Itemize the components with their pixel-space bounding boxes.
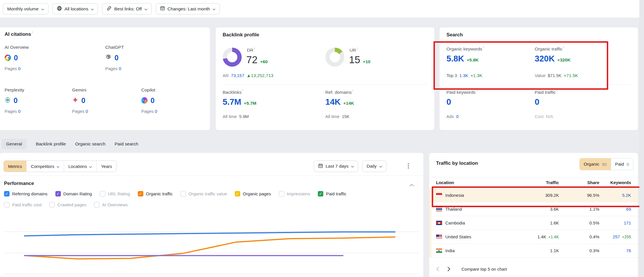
flag-cambodia-icon <box>436 221 442 225</box>
pages-link[interactable]: 0 <box>155 109 157 114</box>
metric-checkbox-row-1: ✓Referring domains ✓Domain Rating URL Ra… <box>4 191 346 196</box>
performance-chart-card: Metrics Competitors Locations Years Last… <box>0 153 423 277</box>
organic-traffic-label: Organic traffici <box>535 46 564 52</box>
info-icon[interactable]: i <box>352 89 353 92</box>
info-icon[interactable]: i <box>476 89 477 92</box>
table-row-india[interactable]: India 1.1K 0.3% 76 <box>429 244 638 257</box>
pages-link[interactable]: 0 <box>18 66 20 71</box>
tab-organic-search[interactable]: Organic search <box>75 141 105 147</box>
table-row-cambodia[interactable]: Cambodia 1.6K 0.5% 171 <box>429 216 638 230</box>
tab-paid-search[interactable]: Paid search <box>115 141 138 147</box>
copilot-metric: Copilot 0 Pages 0 <box>141 87 206 114</box>
checkbox-ai-overviews[interactable]: AI Overviews <box>94 202 127 207</box>
checkbox-impressions[interactable]: Impressions <box>279 191 310 196</box>
changes-label: Changes: Last month <box>168 6 210 12</box>
globe-icon <box>57 6 62 12</box>
performance-line-chart <box>0 218 423 277</box>
table-row-united-states[interactable]: United States 1.4K+1.4K 0.4% 257+255 <box>429 230 638 244</box>
keywords-link[interactable]: 5.2K <box>622 193 631 198</box>
keywords-link[interactable]: 69 <box>626 207 631 212</box>
organic-traffic-subline: Value$71.5K+71.5K <box>535 73 578 78</box>
paid-traffic-value: 0 <box>535 97 539 107</box>
info-icon[interactable]: i <box>254 46 255 50</box>
ur-value: 15+10 <box>349 54 370 65</box>
granularity-dropdown[interactable]: Daily <box>362 160 386 172</box>
info-icon[interactable]: i <box>483 45 484 49</box>
checkbox-organic-traffic-value[interactable]: Organic traffic value <box>181 191 227 196</box>
chatgpt-metric: ChatGPT 0 Pages 0 <box>105 45 170 71</box>
ref-domains-alltime: All time15K <box>325 114 350 119</box>
copilot-icon <box>141 97 148 104</box>
location-table-header: Location Traffic Share Keywords <box>429 180 638 185</box>
checkbox-referring-domains[interactable]: ✓Referring domains <box>4 191 48 196</box>
tab-backlink-profile[interactable]: Backlink profile <box>36 141 66 147</box>
search-title: Search <box>446 32 463 38</box>
date-range-dropdown[interactable]: Last 7 days <box>314 160 358 172</box>
date-range-label: Last 7 days <box>326 164 348 169</box>
divider <box>429 177 638 177</box>
top3-link[interactable]: 1.3K <box>459 73 468 78</box>
keywords-link[interactable]: 76 <box>626 248 631 253</box>
locations-label: All locations <box>65 6 89 12</box>
page-prev-chevron-left-icon[interactable] <box>436 267 439 271</box>
dashboard: Monthly volume All locations Best links:… <box>0 0 644 277</box>
pages-link[interactable]: 0 <box>86 109 88 114</box>
flag-thailand-icon <box>436 207 442 211</box>
checkbox-domain-rating[interactable]: ✓Domain Rating <box>55 191 92 196</box>
info-icon[interactable]: i <box>557 89 557 92</box>
backlinks-value: 5.7M+5.7M <box>223 97 256 107</box>
segment-years[interactable]: Years <box>96 161 116 172</box>
link-icon <box>106 6 112 12</box>
checkbox-url-rating[interactable]: URL Rating <box>100 191 130 196</box>
organic-keywords-label: Organic keywordsi <box>446 46 484 52</box>
chart-mode-segments: Metrics Competitors Locations Years <box>3 160 117 172</box>
segment-competitors[interactable]: Competitors <box>26 161 64 172</box>
checkbox-organic-pages[interactable]: ✓Organic pages <box>235 191 271 196</box>
organic-keywords-value: 5.8K+5.8K <box>446 54 479 63</box>
pages-link[interactable]: 0 <box>18 109 20 114</box>
granularity-label: Daily <box>367 164 376 169</box>
changes-dropdown[interactable]: Changes: Last month <box>156 3 220 14</box>
vertical-scrollbar[interactable] <box>639 0 644 277</box>
toggle-organic[interactable]: Organic90 <box>580 158 611 170</box>
locations-dropdown[interactable]: All locations <box>52 3 98 14</box>
pages-link[interactable]: 0 <box>119 66 121 71</box>
info-icon[interactable]: i <box>32 30 33 34</box>
paid-traffic-subline: CostN/A <box>535 114 553 119</box>
info-icon[interactable]: i <box>563 45 564 49</box>
ar-link[interactable]: 73,157 <box>231 73 244 78</box>
traffic-by-location-title: Traffic by location <box>436 160 478 166</box>
ads-link[interactable]: 0 <box>456 114 459 119</box>
segment-locations[interactable]: Locations <box>64 161 96 172</box>
tab-general[interactable]: General <box>1 139 27 149</box>
monthly-volume-dropdown[interactable]: Monthly volume <box>3 3 48 14</box>
compare-top5-label[interactable]: Compare top 5 on chart <box>461 267 507 272</box>
openai-icon <box>105 54 112 61</box>
checkbox-paid-traffic[interactable]: ✓Paid traffic <box>318 191 346 196</box>
chevron-down-icon <box>379 164 382 169</box>
dr-label: DRi <box>247 48 255 53</box>
calendar-icon <box>318 163 323 169</box>
top-toolbar: Monthly volume All locations Best links:… <box>0 0 644 18</box>
monthly-volume-label: Monthly volume <box>7 6 39 12</box>
checkbox-organic-traffic[interactable]: ✓Organic traffic <box>138 191 173 196</box>
info-icon[interactable]: i <box>357 46 357 50</box>
more-options-kebab-icon[interactable] <box>405 162 411 170</box>
toggle-paid[interactable]: Paid0 <box>611 158 633 170</box>
ref-domains-label: Ref. domainsi <box>325 90 353 95</box>
checkbox-paid-traffic-cost[interactable]: Paid traffic cost <box>4 202 42 207</box>
segment-metrics[interactable]: Metrics <box>4 161 26 172</box>
keywords-link[interactable]: 171 <box>624 220 631 225</box>
gemini-metric: Gemini 0 Pages 0 <box>72 87 137 114</box>
chevron-down-icon <box>91 6 94 12</box>
checkbox-crawled-pages[interactable]: Crawled pages <box>49 202 86 207</box>
table-row-thailand[interactable]: Thailand 3.6K 1.1% 69 <box>429 202 638 216</box>
info-icon[interactable]: i <box>242 89 243 92</box>
chevron-down-icon <box>89 164 92 169</box>
best-links-dropdown[interactable]: Best links: Off <box>102 3 151 14</box>
keywords-link[interactable]: 257 <box>613 234 620 239</box>
page-next-chevron-right-icon[interactable] <box>448 267 450 271</box>
collapse-chevron-up-icon[interactable] <box>410 182 414 188</box>
table-row-indonesia[interactable]: Indonesia 309.2K 96.5% 5.2K <box>429 188 638 202</box>
backlink-profile-card: Backlink profile DRi 72+60 AR73,157▲13,2… <box>216 27 434 130</box>
